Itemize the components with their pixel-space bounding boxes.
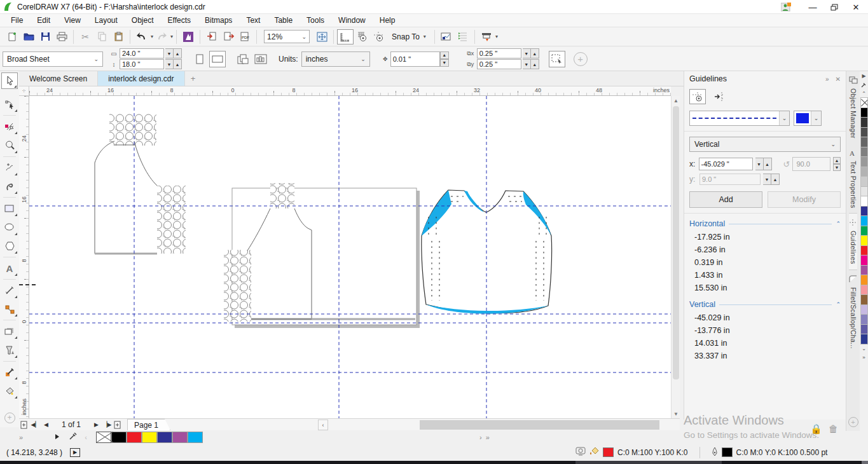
import-icon[interactable] bbox=[203, 29, 220, 44]
color-swatch[interactable] bbox=[860, 275, 868, 285]
new-document-icon[interactable] bbox=[4, 29, 20, 44]
docker-tab-text-properties[interactable]: A Text Properties bbox=[849, 144, 857, 214]
color-swatch[interactable] bbox=[860, 255, 868, 266]
snap-to-dropdown[interactable]: Snap To ▾ bbox=[387, 32, 431, 41]
delete-guideline-icon[interactable]: 🗑 bbox=[829, 423, 838, 435]
all-pages-button[interactable] bbox=[235, 51, 251, 67]
publish-pdf-icon[interactable]: PDF bbox=[237, 29, 253, 44]
color-swatch[interactable] bbox=[860, 245, 868, 256]
menu-text[interactable]: Text bbox=[239, 15, 267, 26]
coordinates-play-icon[interactable]: ▶ bbox=[70, 448, 80, 457]
outline-pen-icon[interactable] bbox=[712, 447, 718, 458]
page-height-field[interactable]: 18.0 " bbox=[120, 59, 164, 69]
horizontal-guideline-value[interactable]: -6.236 in bbox=[684, 243, 846, 256]
first-page-icon[interactable]: ◀▏ bbox=[30, 420, 41, 430]
color-swatch[interactable] bbox=[860, 324, 868, 335]
next-page-icon[interactable]: ▶ bbox=[91, 420, 102, 430]
guideline-orientation-combo[interactable]: Vertical ⌄ bbox=[689, 137, 841, 152]
color-swatch[interactable] bbox=[860, 196, 868, 207]
docker-collapse-icon[interactable]: » bbox=[825, 76, 829, 83]
palette-eyedropper-icon[interactable] bbox=[69, 432, 77, 442]
horizontal-guideline-value[interactable]: 0.319 in bbox=[684, 256, 846, 269]
palette-eyedropper-icon[interactable] bbox=[861, 80, 867, 89]
page-width-spinner[interactable]: ▼▲ bbox=[165, 48, 182, 58]
collapse-chevron-icon[interactable]: ⌃ bbox=[836, 301, 841, 308]
color-swatch[interactable] bbox=[860, 156, 868, 167]
color-swatch-none[interactable] bbox=[860, 97, 868, 108]
nudge-distance-field[interactable]: 0.01 " bbox=[390, 51, 440, 67]
zoom-level-combo[interactable]: 12% ⌄ bbox=[264, 30, 310, 43]
export-icon[interactable] bbox=[220, 29, 237, 44]
units-combo[interactable]: inches ⌄ bbox=[301, 51, 370, 67]
drawing-canvas[interactable] bbox=[29, 96, 671, 418]
angle-spinner[interactable]: ▲▼ bbox=[833, 157, 841, 171]
toolbox-add-icon[interactable]: + bbox=[1, 409, 18, 426]
palette-scroll-left-icon[interactable]: ‹ bbox=[85, 433, 87, 441]
options-icon[interactable] bbox=[455, 29, 471, 44]
restore-button[interactable] bbox=[825, 1, 844, 13]
ellipse-tool[interactable] bbox=[1, 219, 18, 236]
text-tool[interactable]: A bbox=[1, 260, 18, 276]
menu-effects[interactable]: Effects bbox=[161, 15, 198, 26]
guideline-linestyle-combo[interactable]: ⌄ bbox=[689, 111, 790, 126]
color-swatch[interactable] bbox=[157, 432, 172, 443]
menu-layout[interactable]: Layout bbox=[88, 15, 125, 26]
add-docker-icon[interactable]: + bbox=[848, 417, 858, 427]
redo-icon[interactable] bbox=[153, 29, 170, 44]
redo-dropdown-caret[interactable]: ▾ bbox=[170, 34, 173, 39]
interactive-fill-tool[interactable] bbox=[1, 383, 18, 399]
parallel-dimension-tool[interactable] bbox=[1, 282, 18, 299]
color-swatch[interactable] bbox=[860, 137, 868, 147]
application-launcher-icon[interactable] bbox=[478, 29, 495, 44]
menu-table[interactable]: Table bbox=[267, 15, 300, 26]
duplicate-y-field[interactable]: 0.25 " bbox=[477, 59, 521, 69]
menu-object[interactable]: Object bbox=[125, 15, 161, 26]
search-content-icon[interactable] bbox=[180, 29, 196, 44]
open-icon[interactable] bbox=[20, 29, 37, 44]
vertical-guideline-value[interactable]: -45.029 in bbox=[684, 311, 846, 324]
color-swatch[interactable] bbox=[860, 265, 868, 276]
color-swatch[interactable] bbox=[142, 432, 157, 443]
freehand-tool[interactable] bbox=[1, 160, 18, 176]
vertical-ruler[interactable]: 24 16 8 0 8 bbox=[19, 96, 29, 418]
add-page-after-icon[interactable] bbox=[113, 420, 123, 430]
docker-tab-object-manager[interactable]: Object Manager bbox=[849, 71, 858, 144]
color-swatch[interactable] bbox=[860, 226, 868, 236]
scroll-down-icon[interactable]: ▼ bbox=[672, 409, 680, 418]
tab-welcome-screen[interactable]: Welcome Screen bbox=[19, 71, 98, 86]
horizontal-scroll-thumb[interactable] bbox=[420, 420, 659, 430]
transparency-tool[interactable] bbox=[1, 342, 18, 358]
polygon-tool[interactable] bbox=[1, 238, 18, 255]
palette-menu-icon[interactable]: ▶ bbox=[862, 71, 865, 80]
nudge-spinner[interactable]: ▲▼ bbox=[440, 51, 449, 67]
menu-file[interactable]: File bbox=[4, 15, 30, 26]
duplicate-x-field[interactable]: 0.25 " bbox=[477, 48, 521, 58]
guideline-color-combo[interactable]: ⌄ bbox=[794, 111, 822, 126]
add-property-icon[interactable]: + bbox=[574, 52, 588, 66]
color-swatch[interactable] bbox=[860, 235, 868, 246]
show-rulers-icon[interactable] bbox=[337, 29, 354, 44]
menu-tools[interactable]: Tools bbox=[300, 15, 331, 26]
page-1-tab[interactable]: Page 1 bbox=[127, 419, 170, 430]
current-page-button[interactable] bbox=[252, 51, 269, 67]
color-swatch[interactable] bbox=[172, 432, 188, 443]
palette-menu-icon[interactable] bbox=[55, 433, 60, 442]
color-swatch[interactable] bbox=[860, 117, 868, 128]
garment-left-pattern[interactable] bbox=[95, 114, 186, 254]
vertical-guideline-value[interactable]: 14.031 in bbox=[684, 337, 846, 350]
show-guidelines-icon[interactable] bbox=[370, 29, 387, 44]
straighten-image-icon[interactable] bbox=[438, 29, 455, 44]
color-swatch[interactable] bbox=[860, 314, 868, 325]
add-page-before-icon[interactable] bbox=[19, 420, 30, 430]
paste-icon[interactable] bbox=[110, 29, 127, 44]
print-icon[interactable] bbox=[53, 29, 70, 44]
zoom-tool[interactable] bbox=[1, 137, 18, 154]
vertical-guideline-value[interactable]: -13.776 in bbox=[684, 324, 846, 337]
pick-tool[interactable] bbox=[1, 72, 18, 89]
duplicate-y-spinner[interactable]: ▼▲ bbox=[523, 59, 539, 69]
horizontal-ruler[interactable]: 24 16 8 0 8 16 24 32 40 48 inches bbox=[29, 86, 671, 96]
palette-scroll-down-icon[interactable]: ⌄ bbox=[862, 345, 866, 353]
color-swatch[interactable] bbox=[860, 294, 868, 305]
menu-help[interactable]: Help bbox=[373, 15, 403, 26]
vertical-guideline-value[interactable]: 33.337 in bbox=[684, 350, 846, 362]
